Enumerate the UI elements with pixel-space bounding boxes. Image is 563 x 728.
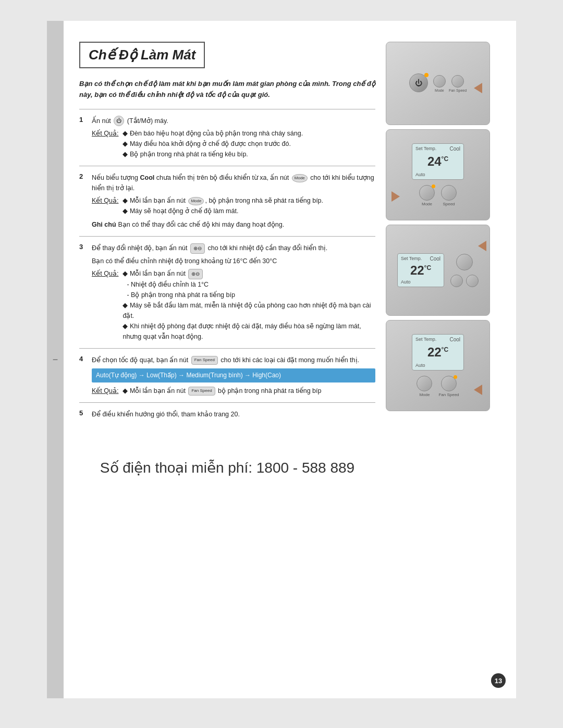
fan-speed-banner: Auto(Tự động) → Low(Thấp) → Medium(Trung… [92,368,375,382]
section-4-main: Để chọn tốc độ quạt, bạn ấn nút Fan Spee… [92,355,375,365]
sidebar-minus-icon: − [53,354,58,365]
section-4-result-label: Kết Quả: [92,386,118,396]
power-btn-img: ⏻ [409,73,428,92]
mode-button-icon: Mode [292,174,308,183]
footer-phone: Số điện thoại miễn phí: 1800 - 588 889 [79,449,375,476]
remote-image-3: Set Temp. Cool 22°C Auto [386,225,490,316]
remote-image-1: ⏻ Mode Fan Sp [386,42,490,125]
section-2-note-text: Bạn có thể thay đổi các chế độ khi máy đ… [118,219,285,230]
section-5-main: Để điều khiển hướng gió thổi, tham khảo … [92,409,375,419]
section-2-note-row: Ghi chú Bạn có thể thay đổi các chế độ k… [92,219,375,230]
section-2-main: Nếu biểu tượng Cool chưa hiển thị trên b… [92,172,375,193]
image-column: ⏻ Mode Fan Sp [386,42,500,683]
sub-item: Nhiệt độ điều chỉnh là 1°C [120,279,375,290]
result-item: Máy sẽ bắt đầu làm mát, miễn là nhiệt độ… [120,300,375,321]
section-2-results: Mỗi lần bạn ấn nút Mode, bộ phận trong n… [120,195,375,216]
section-1-body: Ấn nút ⏻ (Tắt/Mở) máy. Kết Quả: Đèn báo … [92,116,375,160]
section-2-note-label: Ghi chú [92,219,116,230]
sub-item: Bộ phận trong nhà phát ra tiếng bíp [120,290,375,300]
temp-2: 24°C [427,154,448,169]
section-2-num: 2 [79,172,88,230]
section-3-result-row: Kết Quả: Mỗi lần bạn ấn nút ⊕⊖ Nhiệt độ … [92,268,375,342]
mode-btn-inline: Mode [188,197,204,206]
screen-4: Set Temp. Cool 22°C Auto [412,334,464,371]
label-set-3: Set Temp. [401,256,422,261]
section-1-num: 1 [79,116,88,160]
text-column: Chế Độ Làm Mát Bạn có thể chọn chế độ là… [79,42,386,683]
section-2-body: Nếu biểu tượng Cool chưa hiển thị trên b… [92,172,375,230]
section-1: 1 Ấn nút ⏻ (Tắt/Mở) máy. Kết Quả: Đèn bá… [79,109,375,166]
section-5-body: Để điều khiển hướng gió thổi, tham khảo … [92,409,375,422]
label-auto-4: Auto [415,363,425,368]
intro-text: Bạn có thể chọn chế độ làm mát khi bạn m… [79,79,375,101]
label-auto-2: Auto [415,172,425,177]
title-box: Chế Độ Làm Mát [79,42,205,68]
label-cool-4: Cool [449,337,460,342]
highlight-arrow-4 [474,385,482,395]
result-item: Đèn báo hiệu hoạt động của bộ phận trong… [120,128,375,139]
remote-image-4: Set Temp. Cool 22°C Auto Mode Fan Speed [386,320,490,411]
label-cool-3: Cool [430,256,440,262]
temp-3: 22°C [410,263,431,278]
section-5: 5 Để điều khiển hướng gió thổi, tham khả… [79,402,375,428]
screen-3: Set Temp. Cool 22°C Auto [397,253,444,287]
section-3-num: 3 [79,243,88,341]
highlight-arrow-3 [478,241,486,251]
fanspeed-label-4: Fan Speed [438,392,459,397]
fanspeed-btn-4 [441,376,457,391]
result-item: Mỗi lần bạn ấn nút Mode, bộ phận trong n… [120,195,375,206]
fanspeed-btn-3 [466,275,479,287]
section-1-result-label: Kết Quả: [92,128,118,159]
speed-btn-2 [441,185,457,201]
left-sidebar: − [47,21,64,698]
section-2: 2 Nếu biểu tượng Cool chưa hiển thị trên… [79,166,375,236]
section-3-sub: Bạn có thể điều chỉnh nhiệt độ trong kho… [92,256,375,266]
temp-button-icon: ⊕⊖ [190,243,205,254]
result-item: Mỗi lần bạn ấn nút Fan Speed bộ phận tro… [120,386,375,396]
section-1-main: Ấn nút ⏻ (Tắt/Mở) máy. [92,116,375,127]
result-item: Máy điều hòa khởi động ở chế độ được chọ… [120,139,375,149]
fan-button-icon: Fan Speed [191,356,218,365]
section-4-results: Mỗi lần bạn ấn nút Fan Speed bộ phận tro… [120,386,375,396]
section-2-result-label: Kết Quả: [92,195,118,216]
fan-btn-inline: Fan Speed [188,387,215,396]
mode-label-2: Mode [422,202,432,206]
page: − Chế Độ Làm Mát Bạn có thể chọn chế độ … [47,21,516,698]
section-4-body: Để chọn tốc độ quạt, bạn ấn nút Fan Spee… [92,355,375,396]
label-set-4: Set Temp. [415,337,436,342]
section-1-result-row: Kết Quả: Đèn báo hiệu hoạt động của bộ p… [92,128,375,159]
temp-btn-inline: ⊕⊖ [188,269,203,279]
section-3-body: Để thay đổi nhiệt độ, bạn ấn nút ⊕⊖ cho … [92,243,375,341]
mode-btn-2 [419,185,435,201]
highlight-arrow-1 [474,83,482,93]
label-auto-3: Auto [401,279,411,285]
section-3-result-label: Kết Quả: [92,268,118,342]
main-content: Chế Độ Làm Mát Bạn có thể chọn chế độ là… [64,21,516,698]
buttons-4: Mode Fan Speed [417,376,459,397]
mode-btn-img [433,75,446,88]
label-cool-2: Cool [449,146,460,152]
result-item: Máy sẽ hoạt động ở chế độ làm mát. [120,206,375,216]
label-set-2: Set Temp. [415,146,436,151]
remote-image-2: Set Temp. Cool 24°C Auto Mode Speed [386,129,490,220]
buttons-2: Mode Speed [419,185,457,206]
mode-btn-3 [450,275,463,287]
power-btn-3 [456,254,473,270]
result-item: Mỗi lần bạn ấn nút ⊕⊖ [120,268,375,279]
speed-label-2: Speed [443,202,455,206]
page-number: 13 [491,673,506,688]
section-3-results: Mỗi lần bạn ấn nút ⊕⊖ Nhiệt độ điều chỉn… [120,268,375,342]
section-4-result-row: Kết Quả: Mỗi lần bạn ấn nút Fan Speed bộ… [92,386,375,396]
section-5-num: 5 [79,409,88,422]
section-1-results: Đèn báo hiệu hoạt động của bộ phận trong… [120,128,375,159]
section-4: 4 Để chọn tốc độ quạt, bạn ấn nút Fan Sp… [79,348,375,402]
mode-btn-4 [417,376,432,391]
fanspeed-btn-img [451,75,464,88]
result-item: Bộ phận trong nhà phát ra tiếng kêu bíp. [120,149,375,159]
section-2-result-row: Kết Quả: Mỗi lần bạn ấn nút Mode, bộ phậ… [92,195,375,216]
section-3: 3 Để thay đổi nhiệt độ, bạn ấn nút ⊕⊖ ch… [79,236,375,348]
result-item: Khi nhiệt độ phòng đạt được nhiệt độ cài… [120,321,375,342]
power-button-icon: ⏻ [114,116,124,126]
page-title: Chế Độ Làm Mát [89,47,195,63]
section-4-num: 4 [79,355,88,396]
